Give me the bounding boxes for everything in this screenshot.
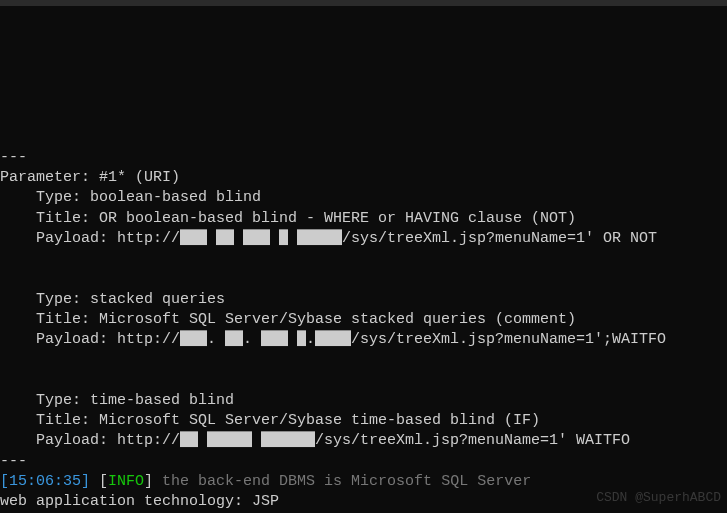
parameter-header: Parameter: #1* (URI) (0, 169, 180, 186)
separator-line: --- (0, 149, 27, 166)
redacted-host: ██ █████ ██████ (180, 432, 315, 449)
payload-suffix: /sys/treeXml.jsp?menuName=1' OR NOT (342, 230, 657, 247)
window-titlebar (0, 0, 727, 6)
inj-payload-3: Payload: http://██ █████ ██████/sys/tree… (0, 432, 630, 449)
terminal-output: --- Parameter: #1* (URI) Type: boolean-b… (0, 128, 727, 514)
payload-prefix: Payload: http:// (0, 230, 180, 247)
inj-type-3: Type: time-based blind (0, 392, 234, 409)
redacted-host: ███. ██. ███ █.████ (180, 331, 351, 348)
inj-type-2: Type: stacked queries (0, 291, 225, 308)
log-level-info: INFO (108, 473, 144, 490)
payload-prefix: Payload: http:// (0, 432, 180, 449)
payload-suffix: /sys/treeXml.jsp?menuName=1';WAITFO (351, 331, 666, 348)
inj-title-3: Title: Microsoft SQL Server/Sybase time-… (0, 412, 540, 429)
inj-title-1: Title: OR boolean-based blind - WHERE or… (0, 210, 576, 227)
watermark-text: CSDN @SuperhABCD (596, 489, 721, 507)
inj-payload-2: Payload: http://███. ██. ███ █.████/sys/… (0, 331, 666, 348)
inj-title-2: Title: Microsoft SQL Server/Sybase stack… (0, 311, 576, 328)
separator-line: --- (0, 453, 27, 470)
redacted-host: ███ ██ ███ █ █████ (180, 230, 342, 247)
tech-line: web application technology: JSP (0, 493, 279, 510)
log-message: the back-end DBMS is Microsoft SQL Serve… (153, 473, 531, 490)
payload-suffix: /sys/treeXml.jsp?menuName=1' WAITFO (315, 432, 630, 449)
log-line: [15:06:35] [INFO] the back-end DBMS is M… (0, 473, 531, 490)
inj-payload-1: Payload: http://███ ██ ███ █ █████/sys/t… (0, 230, 657, 247)
timestamp: [15:06:35] (0, 473, 90, 490)
payload-prefix: Payload: http:// (0, 331, 180, 348)
inj-type-1: Type: boolean-based blind (0, 189, 261, 206)
